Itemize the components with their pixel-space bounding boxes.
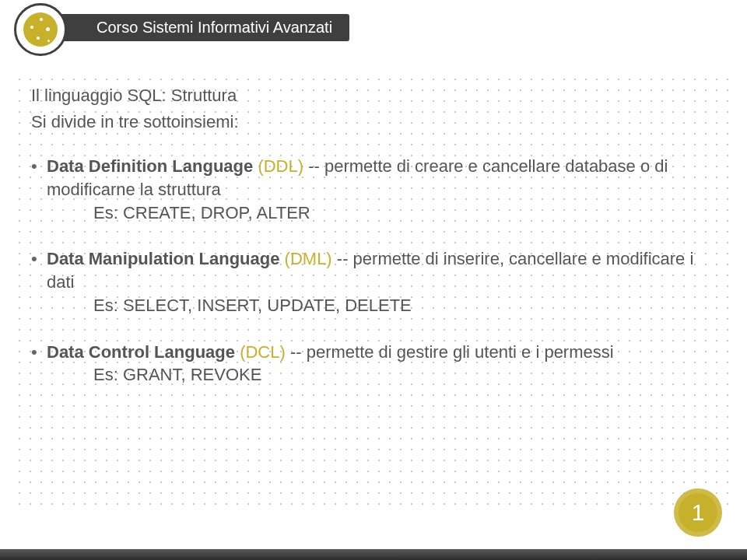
item-name: Data Control Language bbox=[47, 342, 235, 362]
bullet-item: Data Manipulation Language (DML) -- perm… bbox=[31, 247, 716, 317]
item-name: Data Definition Language bbox=[47, 156, 253, 176]
course-title: Corso Sistemi Informativi Avanzati bbox=[96, 19, 332, 36]
item-example: Es: CREATE, DROP, ALTER bbox=[47, 201, 716, 225]
item-name: Data Manipulation Language bbox=[47, 249, 279, 268]
footer-bar bbox=[0, 549, 747, 560]
item-acronym: (DML) bbox=[285, 249, 332, 268]
item-acronym: (DCL) bbox=[240, 342, 286, 362]
slide-title: Il linguaggio SQL: Struttura bbox=[31, 84, 716, 107]
slide-subtitle: Si divide in tre sottoinsiemi: bbox=[31, 110, 716, 134]
item-example: Es: SELECT, INSERT, UPDATE, DELETE bbox=[47, 294, 716, 317]
item-example: Es: GRANT, REVOKE bbox=[47, 363, 716, 387]
item-acronym: (DDL) bbox=[258, 156, 303, 176]
bullet-item: Data Definition Language (DDL) -- permet… bbox=[31, 155, 716, 224]
item-desc: -- permette di gestire gli utenti e i pe… bbox=[286, 342, 614, 362]
bullet-item: Data Control Language (DCL) -- permette … bbox=[31, 341, 716, 387]
page-number-badge: 1 bbox=[674, 488, 722, 537]
course-header: Corso Sistemi Informativi Avanzati bbox=[47, 14, 349, 41]
page-number: 1 bbox=[692, 499, 705, 526]
slide-body: Il linguaggio SQL: Struttura Si divide i… bbox=[31, 84, 716, 410]
logo-circle bbox=[14, 3, 67, 56]
